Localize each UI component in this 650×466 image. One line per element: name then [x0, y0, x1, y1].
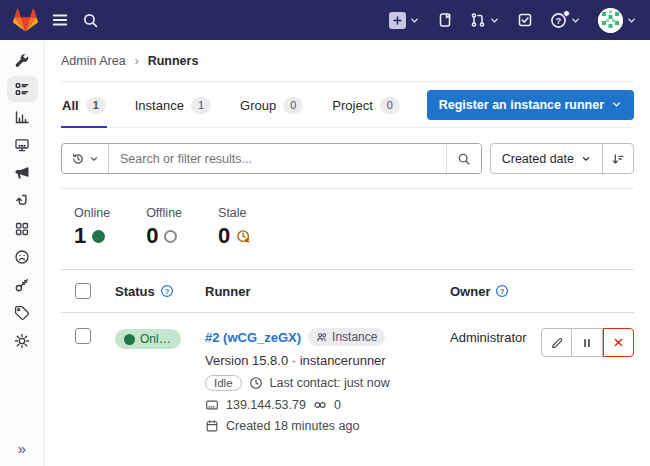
- collapse-sidebar-icon[interactable]: »: [18, 441, 26, 456]
- tab-instance-count: 1: [191, 97, 211, 114]
- runner-status-stats: Online 1 Offline 0 Stale 0: [61, 189, 634, 269]
- svg-text:?: ?: [500, 287, 505, 296]
- sidebar-item-overview[interactable]: [7, 76, 38, 102]
- owner-header: Owner: [450, 284, 490, 299]
- runner-link[interactable]: #2 (wCG_zeGX): [205, 330, 301, 345]
- tab-all[interactable]: All 1: [61, 82, 107, 128]
- main-content: Admin Area › Runners All 1 Instance 1 Gr…: [45, 40, 650, 466]
- search-input[interactable]: [109, 152, 446, 166]
- overview-icon: [14, 81, 30, 97]
- users-icon: [316, 331, 328, 343]
- megaphone-icon: [14, 165, 30, 181]
- gitlab-logo-icon[interactable]: [13, 8, 38, 33]
- chevron-down-icon: [570, 15, 581, 26]
- close-x-icon: [612, 336, 625, 349]
- runner-row: Online #2 (wCG_zeGX) Instance: [61, 313, 634, 451]
- sort-lowest-icon: [611, 152, 625, 166]
- online-dot-icon: [124, 334, 135, 345]
- tab-group[interactable]: Group 0: [239, 82, 304, 128]
- label-tag-icon: [14, 305, 30, 321]
- admin-sidebar: »: [0, 40, 45, 466]
- clock-icon: [249, 376, 263, 390]
- runners-table: Status ? Runner Owner ?: [61, 269, 634, 451]
- search-submit-button[interactable]: [446, 144, 481, 173]
- gear-icon: [14, 333, 30, 349]
- online-count: 1: [74, 223, 86, 249]
- key-icon: [14, 277, 30, 293]
- chevron-down-icon: [611, 99, 622, 110]
- stat-offline: Offline 0: [146, 206, 182, 249]
- tab-all-count: 1: [86, 97, 106, 114]
- status-help-icon[interactable]: ?: [160, 284, 174, 298]
- select-runner-checkbox[interactable]: [75, 328, 91, 344]
- sort-direction-button[interactable]: [602, 144, 633, 173]
- breadcrumb-admin-area[interactable]: Admin Area: [61, 54, 126, 68]
- pause-icon: [581, 337, 593, 349]
- register-instance-runner-button[interactable]: Register an instance runner: [427, 90, 634, 120]
- tab-group-count: 0: [283, 97, 303, 114]
- search-icon: [457, 152, 471, 166]
- stat-online: Online 1: [74, 206, 110, 249]
- chevron-down-icon: [409, 15, 420, 26]
- runner-ip-address: 139.144.53.79: [226, 398, 306, 412]
- offline-status-icon: [164, 230, 177, 243]
- sidebar-item-abuse-reports[interactable]: [7, 244, 38, 270]
- chevron-down-icon: [581, 154, 591, 164]
- sidebar-item-labels[interactable]: [7, 300, 38, 326]
- merge-request-icon: [470, 12, 486, 28]
- sort-controls: Created date: [490, 143, 634, 174]
- svg-text:?: ?: [556, 15, 562, 25]
- hamburger-menu-icon[interactable]: [51, 11, 69, 29]
- plus-icon: [389, 12, 406, 29]
- new-menu-button[interactable]: [389, 12, 420, 29]
- help-menu-button[interactable]: ?: [550, 12, 581, 29]
- stale-count: 0: [218, 223, 230, 249]
- sidebar-item-settings[interactable]: [7, 328, 38, 354]
- frown-face-icon: [14, 249, 30, 265]
- delete-runner-button[interactable]: [603, 328, 634, 357]
- tab-instance[interactable]: Instance 1: [134, 82, 212, 128]
- runner-header: Runner: [205, 284, 251, 299]
- pause-runner-button[interactable]: [572, 328, 603, 357]
- merge-requests-menu-button[interactable]: [470, 12, 500, 28]
- user-menu-button[interactable]: [598, 8, 637, 33]
- breadcrumb-separator: ›: [135, 54, 139, 68]
- runner-job-count: 0: [334, 398, 341, 412]
- select-all-checkbox[interactable]: [75, 283, 91, 299]
- sidebar-item-admin-area[interactable]: [7, 48, 38, 74]
- chevron-down-icon: [489, 15, 500, 26]
- runner-owner[interactable]: Administrator: [450, 330, 527, 345]
- table-header-row: Status ? Runner Owner ?: [61, 270, 634, 313]
- runner-type-tabs: All 1 Instance 1 Group 0 Project 0 Regis…: [61, 82, 634, 128]
- svg-text:?: ?: [164, 287, 169, 296]
- avatar: [598, 8, 623, 33]
- sidebar-item-analytics[interactable]: [7, 104, 38, 130]
- sidebar-item-messages[interactable]: [7, 160, 38, 186]
- link-icon: [313, 398, 327, 412]
- edit-runner-button[interactable]: [541, 328, 572, 357]
- search-history-dropdown[interactable]: [62, 144, 109, 173]
- status-header: Status: [115, 284, 155, 299]
- search-filter-bar: Created date: [61, 128, 634, 189]
- sidebar-item-system-hooks[interactable]: [7, 188, 38, 214]
- runner-last-contact: Last contact: just now: [270, 376, 390, 390]
- issues-icon[interactable]: [437, 12, 453, 28]
- notification-dot: [563, 10, 570, 17]
- sidebar-item-deploy-keys[interactable]: [7, 272, 38, 298]
- filtered-search-box: [61, 143, 482, 174]
- sort-by-dropdown[interactable]: Created date: [491, 144, 602, 173]
- sidebar-item-applications[interactable]: [7, 216, 38, 242]
- tab-project-count: 0: [380, 97, 400, 114]
- wrench-icon: [14, 53, 30, 69]
- runner-created-date: Created 18 minutes ago: [226, 419, 359, 433]
- tab-project[interactable]: Project 0: [331, 82, 401, 128]
- online-status-icon: [92, 230, 105, 243]
- owner-help-icon[interactable]: ?: [495, 284, 509, 298]
- runner-online-badge: Online: [115, 329, 181, 349]
- ip-address-icon: [205, 398, 219, 412]
- sidebar-item-monitoring[interactable]: [7, 132, 38, 158]
- monitor-icon: [14, 137, 30, 153]
- search-icon[interactable]: [82, 12, 99, 29]
- topbar: ?: [0, 0, 650, 40]
- todos-icon[interactable]: [517, 12, 533, 28]
